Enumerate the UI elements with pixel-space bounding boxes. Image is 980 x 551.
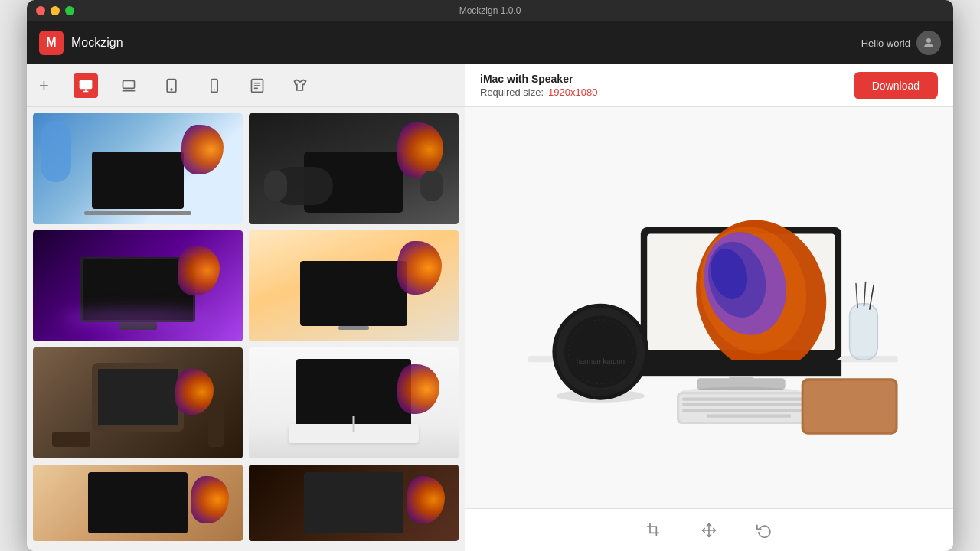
user-section: Hello world xyxy=(861,31,941,55)
svg-point-6 xyxy=(171,89,172,90)
toolbar-laptop-icon[interactable] xyxy=(116,73,141,98)
greeting-text: Hello world xyxy=(861,37,910,49)
app-logo: M xyxy=(39,31,64,55)
svg-point-0 xyxy=(926,38,931,43)
svg-point-40 xyxy=(557,390,645,403)
mockup-title: iMac with Speaker xyxy=(480,73,597,85)
thumbnail-1[interactable] xyxy=(33,113,243,224)
left-panel: + xyxy=(27,64,465,551)
thumbnail-3[interactable] xyxy=(33,230,243,341)
svg-rect-30 xyxy=(682,403,815,406)
mockup-size-label: Required size: xyxy=(480,86,544,98)
toolbar-tshirt-icon[interactable] xyxy=(288,73,312,98)
svg-rect-4 xyxy=(122,80,134,88)
svg-rect-23 xyxy=(641,360,841,376)
thumbnail-8[interactable] xyxy=(249,465,459,541)
svg-point-37 xyxy=(564,315,636,387)
rotate-tool[interactable] xyxy=(752,518,776,543)
svg-rect-29 xyxy=(682,398,815,401)
mockup-header: iMac with Speaker Required size: 1920x10… xyxy=(465,64,953,107)
app-window: Mockzign 1.0.0 M Mockzign Hello world + xyxy=(27,0,953,551)
main-content: + xyxy=(27,64,953,551)
crop-tool[interactable] xyxy=(642,518,666,543)
download-button[interactable]: Download xyxy=(854,72,938,99)
window-title: Mockzign 1.0.0 xyxy=(459,5,521,16)
thumbnail-2[interactable] xyxy=(249,113,459,224)
app-name: Mockzign xyxy=(71,36,861,50)
traffic-lights xyxy=(36,6,74,15)
svg-rect-7 xyxy=(211,79,217,92)
app-header: M Mockzign Hello world xyxy=(27,21,953,64)
svg-rect-46 xyxy=(804,380,896,432)
toolbar-notebook-icon[interactable] xyxy=(245,73,270,98)
toolbar-desktop-icon[interactable] xyxy=(74,73,98,98)
device-toolbar: + xyxy=(27,64,465,107)
mockup-preview: harman kardon xyxy=(465,107,953,508)
title-bar: Mockzign 1.0.0 xyxy=(27,0,953,21)
close-button[interactable] xyxy=(36,6,45,15)
svg-rect-1 xyxy=(80,80,93,89)
move-tool[interactable] xyxy=(697,518,721,543)
svg-rect-31 xyxy=(682,409,815,412)
svg-rect-41 xyxy=(850,304,878,360)
canvas-toolbar xyxy=(465,508,953,551)
mockup-canvas: iMac with Speaker Required size: 1920x10… xyxy=(465,64,953,551)
mockup-size-value: 1920x1080 xyxy=(548,86,597,98)
svg-text:harman kardon: harman kardon xyxy=(577,357,625,365)
thumbnail-7[interactable] xyxy=(33,465,243,541)
toolbar-mobile-icon[interactable] xyxy=(202,73,227,98)
add-mockup-button[interactable]: + xyxy=(39,77,49,94)
thumbnail-4[interactable] xyxy=(249,230,459,341)
imac-svg: harman kardon xyxy=(480,122,938,493)
thumbnail-6[interactable] xyxy=(249,347,459,458)
svg-rect-32 xyxy=(707,415,791,418)
toolbar-tablet-icon[interactable] xyxy=(159,73,184,98)
maximize-button[interactable] xyxy=(65,6,74,15)
minimize-button[interactable] xyxy=(51,6,60,15)
svg-rect-22 xyxy=(647,233,835,350)
svg-line-42 xyxy=(856,284,858,308)
svg-line-43 xyxy=(864,282,865,305)
thumbnail-5[interactable] xyxy=(33,347,243,458)
thumbnails-grid xyxy=(27,107,465,551)
user-avatar[interactable] xyxy=(916,31,941,55)
